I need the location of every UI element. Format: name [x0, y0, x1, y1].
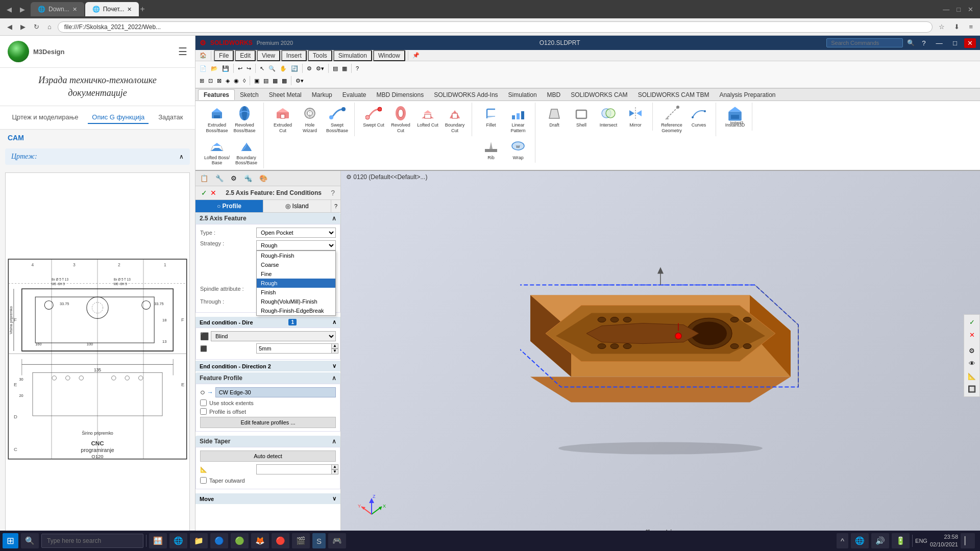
taskbar-btn-edge[interactable]: 🔵: [210, 533, 228, 548]
fp-ok-btn[interactable]: ✓: [200, 188, 209, 197]
tb-select-btn[interactable]: ↖: [258, 64, 266, 73]
systray-battery-btn[interactable]: 🔋: [892, 533, 910, 548]
sw-help-btn[interactable]: ?: [919, 38, 928, 48]
ribbon-linear-pattern[interactable]: LinearPattern: [505, 104, 531, 135]
ribbon-swept-cut[interactable]: Swept Cut: [361, 104, 386, 135]
distance-spin-down[interactable]: ▼: [331, 348, 338, 354]
ribbon-extruded-boss[interactable]: ExtrudedBoss/Base: [204, 104, 230, 135]
vp-settings-btn[interactable]: ⚙: [966, 345, 978, 357]
tb-zoom-btn[interactable]: 🔍: [267, 64, 277, 73]
sw-restore-btn[interactable]: □: [950, 38, 960, 48]
sw-menu-window[interactable]: Window: [373, 50, 405, 61]
ribbon-boundary-cut[interactable]: BoundaryCut: [442, 104, 468, 135]
show-desktop-btn[interactable]: ▏: [961, 533, 975, 548]
sw-search-input[interactable]: [826, 38, 903, 47]
sidebar-nav-drawing[interactable]: Цртеж и моделирање: [8, 111, 82, 124]
ribbon-revolved-boss[interactable]: RevolvedBoss/Base: [232, 104, 258, 135]
end-cond-dir2-header[interactable]: End condition - Direction 2 ∨: [195, 361, 340, 371]
ribbon-wrap[interactable]: W Wrap: [505, 136, 531, 162]
fp-profile-header[interactable]: Feature Profile ∧: [195, 372, 340, 384]
tb-settings2-btn[interactable]: ⚙▾: [314, 64, 326, 73]
ribbon-fillet[interactable]: Fillet: [478, 104, 504, 135]
strategy-opt-rough-finish-edge[interactable]: Rough-Finish-EdgeBreak: [257, 306, 335, 315]
settings-btn[interactable]: ≡: [966, 22, 976, 32]
tb-new-btn[interactable]: 📄: [198, 64, 208, 73]
address-input[interactable]: [58, 21, 933, 33]
panel-help-btn[interactable]: ?: [331, 200, 340, 212]
taper-outward-checkbox[interactable]: [200, 477, 207, 484]
tb2-gear-btn[interactable]: ⚙▾: [294, 77, 305, 85]
ribbon-lofted-boss[interactable]: Lofted Boss/Base: [202, 136, 232, 168]
ribbon-hole-wizard[interactable]: HoleWizard: [297, 104, 323, 135]
profile-offset-checkbox[interactable]: [200, 408, 207, 415]
sw-minimize-btn[interactable]: —: [933, 38, 946, 48]
fp-cancel-btn[interactable]: ✕: [209, 188, 218, 197]
ribbon-boundary-boss[interactable]: BoundaryBoss/Base: [233, 136, 259, 168]
browser-minimize-btn[interactable]: —: [940, 5, 952, 14]
taskbar-start-btn[interactable]: ⊞: [3, 533, 18, 548]
ribbon-tab-sheetmetal[interactable]: Sheet Metal: [264, 90, 307, 100]
ribbon-ref-geometry[interactable]: ReferenceGeometry: [659, 104, 684, 135]
taskbar-btn-chrome[interactable]: 🟢: [231, 533, 249, 548]
move-header[interactable]: Move ∨: [195, 493, 340, 504]
addr-home-btn[interactable]: ⌂: [44, 22, 55, 32]
ribbon-tab-cam[interactable]: SOLIDWORKS CAM: [566, 90, 632, 100]
end-cond-dir1-header[interactable]: End condition - Dire 1 ∧: [195, 317, 340, 328]
taskbar-search-btn[interactable]: 🔍: [21, 533, 39, 548]
ribbon-instant3d[interactable]: Instant3D Instant3D: [722, 104, 748, 130]
download-btn[interactable]: ⬇: [951, 22, 963, 32]
browser-tab-1[interactable]: 🌐 Down... ✕: [31, 2, 84, 16]
bookmark-btn[interactable]: ☆: [936, 22, 948, 32]
auto-detect-btn[interactable]: Auto detect: [200, 450, 336, 462]
tb2-btn4[interactable]: ◈: [224, 77, 231, 85]
tb-view1-btn[interactable]: ▤: [331, 64, 339, 73]
tb-help-btn[interactable]: ?: [354, 64, 360, 72]
strategy-opt-fine[interactable]: Fine: [257, 269, 335, 279]
panel-tab-island[interactable]: ◎ Island: [263, 200, 331, 212]
tab2-close[interactable]: ✕: [127, 6, 132, 13]
strategy-opt-rough[interactable]: Rough: [257, 279, 335, 288]
ribbon-mirror[interactable]: Mirror: [623, 104, 648, 130]
ribbon-tab-simulation[interactable]: Simulation: [503, 90, 542, 100]
ribbon-tab-evaluate[interactable]: Evaluate: [337, 90, 372, 100]
sw-home-btn[interactable]: 🏠: [198, 51, 208, 60]
strategy-opt-rough-finish[interactable]: Rough-Finish: [257, 251, 335, 260]
taskbar-btn-browser[interactable]: 🌐: [169, 533, 187, 548]
fp-help-btn[interactable]: ?: [329, 188, 336, 197]
edit-profiles-btn[interactable]: Edit feature profiles ...: [200, 417, 336, 428]
tb2-btn10[interactable]: ▩: [280, 77, 288, 85]
vp-view2-btn[interactable]: 📐: [966, 370, 978, 382]
tab1-close[interactable]: ✕: [72, 6, 77, 13]
browser-forward-btn[interactable]: ▶: [17, 5, 28, 14]
ribbon-draft[interactable]: Draft: [542, 104, 567, 130]
addr-back-btn[interactable]: ◀: [4, 22, 15, 32]
taper-spin-up[interactable]: ▲: [331, 464, 338, 469]
taskbar-btn-red[interactable]: 🔴: [272, 533, 289, 548]
ribbon-tab-addins[interactable]: SOLIDWORKS Add-Ins: [429, 90, 503, 100]
ribbon-intersect[interactable]: Intersect: [596, 104, 621, 130]
ribbon-tab-analysis[interactable]: Analysis Preparation: [714, 90, 780, 100]
sidebar-cam[interactable]: CAM: [0, 130, 195, 146]
ribbon-rib[interactable]: Rib: [478, 136, 504, 162]
fp-icon-feature-manager[interactable]: 📋: [197, 172, 211, 184]
systray-volume-btn[interactable]: 🔊: [871, 533, 889, 548]
ribbon-tab-mbd-dim[interactable]: MBD Dimensions: [371, 90, 429, 100]
vp-ok-btn[interactable]: ✓: [966, 316, 978, 328]
ribbon-extruded-cut[interactable]: ExtrudedCut: [270, 104, 296, 135]
tb2-btn9[interactable]: ▦: [271, 77, 279, 85]
tb2-btn2[interactable]: ⊡: [207, 77, 214, 85]
strategy-opt-finish[interactable]: Finish: [257, 288, 335, 297]
tb-settings-btn[interactable]: ⚙: [305, 64, 313, 73]
sidebar-section-drawing[interactable]: Цртеж: ∧: [5, 148, 190, 165]
sw-menu-edit[interactable]: Edit: [235, 50, 256, 61]
sidebar-nav-functions[interactable]: Опис G функција: [88, 111, 149, 124]
ribbon-revolved-cut[interactable]: RevolvedCut: [388, 104, 413, 135]
sidebar-nav-task[interactable]: Задатак: [154, 111, 187, 124]
ribbon-shell[interactable]: Shell: [569, 104, 594, 130]
addr-refresh-btn[interactable]: ↻: [31, 22, 42, 32]
type-select[interactable]: Open Pocket: [256, 228, 336, 238]
hamburger-menu-btn[interactable]: ☰: [178, 45, 187, 58]
distance-spin-up[interactable]: ▲: [331, 343, 338, 348]
blind-select[interactable]: Blind: [211, 331, 336, 341]
viewport[interactable]: ⚙ 0120 (Default<<Default>...): [341, 171, 980, 540]
